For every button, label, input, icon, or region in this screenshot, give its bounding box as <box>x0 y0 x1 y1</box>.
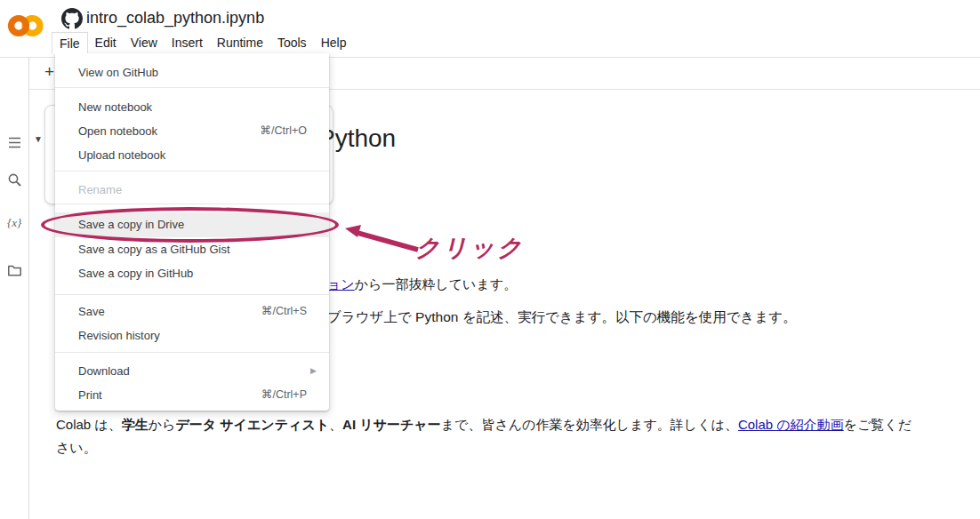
link[interactable]: ョン <box>327 276 355 291</box>
menubar-item-edit[interactable]: Edit <box>88 32 124 53</box>
annotation-arrow <box>341 221 423 257</box>
text-run: 学生 <box>122 417 149 432</box>
menu-item-label: Save a copy in GitHub <box>78 261 193 285</box>
menu-separator <box>55 171 329 172</box>
menubar-item-view[interactable]: View <box>124 32 165 53</box>
text-run: AI リサーチャー <box>342 417 441 432</box>
menu-item-label: View on GitHub <box>78 60 158 84</box>
table-of-contents-icon[interactable] <box>7 135 22 150</box>
menubar-item-runtime[interactable]: Runtime <box>210 32 270 53</box>
menu-item-label: Save a copy in Drive <box>78 212 184 237</box>
submenu-arrow-icon: ▶ <box>310 359 317 383</box>
text-run: Colab は、 <box>56 417 122 432</box>
notebook-title[interactable]: intro_colab_python.ipynb <box>86 9 264 28</box>
menu-item-upload-notebook[interactable]: Upload notebook <box>55 143 329 167</box>
menu-item-shortcut: ⌘/Ctrl+S <box>261 299 307 323</box>
menubar-item-tools[interactable]: Tools <box>270 32 314 53</box>
menu-item-open-notebook[interactable]: Open notebook⌘/Ctrl+O <box>55 119 329 143</box>
menu-item-download[interactable]: Download▶ <box>55 359 329 383</box>
text-run: データ サイエンティスト <box>175 417 329 432</box>
menu-separator <box>55 87 329 88</box>
menu-item-rename: Rename <box>55 178 329 202</box>
link[interactable]: Colab の紹介動画 <box>738 417 844 432</box>
text-run: から <box>149 417 176 432</box>
search-icon[interactable] <box>7 172 22 188</box>
menu-item-label: Upload notebook <box>78 143 165 167</box>
menu-item-save-a-copy-in-drive[interactable]: Save a copy in Drive <box>55 212 329 237</box>
file-menu: View on GitHubNew notebookOpen notebook⌘… <box>55 53 329 411</box>
menu-item-shortcut: ⌘/Ctrl+O <box>261 119 307 143</box>
intro-line: ョンから一部抜粋しています。 <box>327 276 517 293</box>
text-run: さい。 <box>56 440 97 455</box>
menubar-item-insert[interactable]: Insert <box>165 32 210 53</box>
colab-description-paragraph: Colab は、学生からデータ サイエンティスト、AI リサーチャーまで、皆さん… <box>56 413 956 459</box>
menu-item-revision-history[interactable]: Revision history <box>55 323 329 347</box>
menu-item-save[interactable]: Save⌘/Ctrl+S <box>55 299 329 323</box>
menu-item-save-a-copy-in-github[interactable]: Save a copy in GitHub <box>55 261 329 285</box>
menu-item-shortcut: ⌘/Ctrl+P <box>261 383 307 407</box>
colab-logo <box>7 12 44 40</box>
menu-separator <box>55 294 329 295</box>
text-run: から一部抜粋しています。 <box>355 276 517 291</box>
collapse-heading-icon[interactable]: ▼ <box>34 134 43 144</box>
text-run: をご覧くだ <box>844 417 912 432</box>
text-run: 、 <box>329 417 342 432</box>
menu-item-label: Save <box>78 299 105 323</box>
menu-item-label: Revision history <box>78 323 160 347</box>
add-code-button[interactable]: + <box>44 62 54 82</box>
left-sidebar: {x} <box>0 58 29 519</box>
menu-item-new-notebook[interactable]: New notebook <box>55 95 329 119</box>
paragraph-line: Colab は、学生からデータ サイエンティスト、AI リサーチャーまで、皆さん… <box>56 413 956 436</box>
text-run: まで、皆さんの作業を効率化します。詳しくは、 <box>441 417 738 432</box>
paragraph-line: さい。 <box>56 436 956 459</box>
feature-line: ブラウザ上で Python を記述、実行できます。以下の機能を使用できます。 <box>327 308 797 327</box>
variables-icon[interactable]: {x} <box>7 216 22 231</box>
menu-item-label: Open notebook <box>78 119 157 143</box>
menubar: FileEditViewInsertRuntimeToolsHelp <box>52 32 353 53</box>
menubar-item-help[interactable]: Help <box>314 32 354 53</box>
page-heading: Python <box>318 124 396 153</box>
annotation-click-label: クリック <box>415 232 525 264</box>
menu-separator <box>55 204 329 204</box>
menu-item-label: Rename <box>78 178 122 202</box>
menu-item-print[interactable]: Print⌘/Ctrl+P <box>55 383 329 407</box>
github-icon[interactable] <box>61 8 83 29</box>
menu-item-label: Download <box>78 359 130 383</box>
files-icon[interactable] <box>7 263 22 278</box>
menu-item-label: New notebook <box>78 95 152 119</box>
menubar-item-file[interactable]: File <box>52 32 88 53</box>
menu-item-label: Save a copy as a GitHub Gist <box>78 237 230 261</box>
menu-item-label: Print <box>78 383 102 407</box>
menu-item-save-a-copy-as-a-github-gist[interactable]: Save a copy as a GitHub Gist <box>55 237 329 261</box>
menu-separator <box>55 352 329 353</box>
menu-item-view-on-github[interactable]: View on GitHub <box>55 60 329 84</box>
